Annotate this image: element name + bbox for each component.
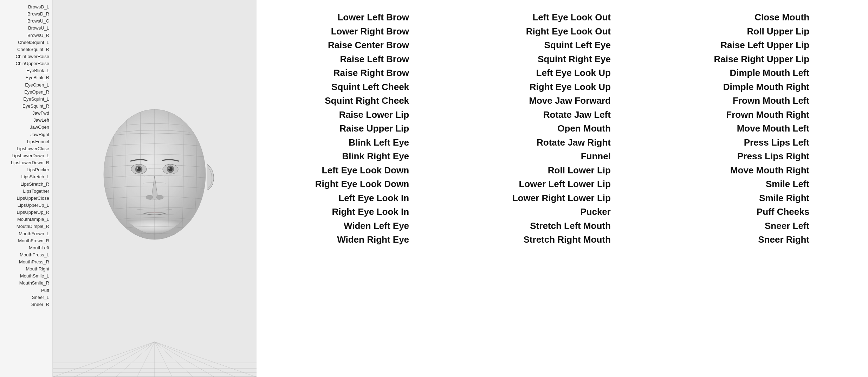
morph-label: Rotate Jaw Right <box>537 136 611 150</box>
morph-label: Smile Left <box>766 177 809 191</box>
svg-line-5 <box>74 342 155 377</box>
morph-label: Pucker <box>580 205 611 219</box>
morph-label: Close Mouth <box>754 11 809 25</box>
morph-label: Left Eye Look Down <box>322 164 409 178</box>
sidebar-item: Sneer_L <box>2 294 51 301</box>
svg-point-24 <box>168 167 170 169</box>
morph-label: Lower Right Brow <box>331 25 409 39</box>
sidebar-item: EyeBlink_L <box>2 67 51 74</box>
morph-label: Squint Right Eye <box>538 52 611 66</box>
morph-label: Raise Left Upper Lip <box>720 38 809 52</box>
morph-label: Frown Mouth Right <box>726 108 809 122</box>
right-eye <box>163 164 178 174</box>
morph-label: Left Eye Look Up <box>536 66 611 80</box>
morph-label: Widen Right Eye <box>337 233 409 247</box>
morph-label: Funnel <box>581 149 611 164</box>
morph-label: Open Mouth <box>557 122 611 136</box>
morph-label: Smile Right <box>759 191 809 205</box>
sidebar-item: JawRight <box>2 131 51 138</box>
morph-label: Raise Upper Lip <box>339 122 409 136</box>
morph-label: Stretch Right Mouth <box>524 233 611 247</box>
morph-label: Right Eye Look Down <box>315 177 409 191</box>
sidebar-item: EyeSquint_R <box>2 103 51 110</box>
sidebar-item: EyeOpen_L <box>2 82 51 89</box>
sidebar-item: LipsUpperUp_R <box>2 209 51 216</box>
morph-label: Frown Mouth Left <box>733 94 809 108</box>
svg-point-26 <box>156 195 163 199</box>
svg-point-25 <box>146 195 153 199</box>
sidebar-item: LipsStretch_R <box>2 181 51 188</box>
sidebar-item: EyeBlink_R <box>2 74 51 81</box>
morph-label: Blink Left Eye <box>349 136 409 150</box>
sidebar-item: BrowsU_C <box>2 18 51 25</box>
sidebar-item: BrowsU_R <box>2 32 51 39</box>
morph-label: Move Mouth Right <box>730 164 809 178</box>
morph-label: Lower Right Lower Lip <box>512 191 611 205</box>
morph-label: Raise Left Brow <box>340 52 409 66</box>
morph-label: Puff Cheeks <box>757 205 809 219</box>
morph-label: Press Lips Left <box>744 136 809 150</box>
morph-column-2: Left Eye Look OutRight Eye Look OutSquin… <box>502 11 621 366</box>
sidebar-item: LipsPucker <box>2 166 51 173</box>
svg-line-4 <box>53 342 155 377</box>
sidebar: BrowsD_LBrowsD_RBrowsU_CBrowsU_LBrowsU_R… <box>0 0 53 377</box>
svg-line-10 <box>155 342 172 377</box>
sidebar-item: Puff <box>2 287 51 294</box>
sidebar-item: JawLeft <box>2 117 51 124</box>
morph-label: Widen Left Eye <box>344 219 409 233</box>
svg-point-20 <box>137 167 138 169</box>
sidebar-item: CheekSquint_L <box>2 39 51 46</box>
sidebar-item: EyeSquint_L <box>2 96 51 103</box>
sidebar-item: LipsLowerDown_R <box>2 159 51 166</box>
sidebar-item: BrowsU_L <box>2 25 51 32</box>
sidebar-item: MouthSmile_L <box>2 273 51 280</box>
morph-label: Move Mouth Left <box>737 122 810 136</box>
sidebar-item: MouthPress_L <box>2 251 51 258</box>
3d-viewport <box>53 0 257 377</box>
morph-label: Left Eye Look Out <box>532 11 610 25</box>
sidebar-item: MouthFrown_L <box>2 230 51 237</box>
sidebar-item: LipsUpperClose <box>2 195 51 202</box>
morph-label: Raise Right Upper Lip <box>714 52 810 66</box>
morph-label: Lower Left Lower Lip <box>519 177 610 191</box>
head-wireframe <box>84 101 225 276</box>
sidebar-item: MouthPress_R <box>2 258 51 266</box>
sidebar-item: MouthSmile_R <box>2 280 51 287</box>
svg-line-14 <box>155 342 257 377</box>
morph-label: Right Eye Look Out <box>526 25 611 39</box>
sidebar-item: BrowsD_R <box>2 11 51 18</box>
morph-label: Raise Center Brow <box>328 38 409 52</box>
sidebar-item: ChinUpperRaise <box>2 60 51 67</box>
morph-label: Sneer Left <box>765 219 809 233</box>
morph-label: Sneer Right <box>758 233 809 247</box>
morph-label: Dimple Mouth Left <box>730 66 809 80</box>
morph-label: Blink Right Eye <box>342 149 409 164</box>
sidebar-item: LipsUpperUp_L <box>2 202 51 209</box>
sidebar-item: MouthRight <box>2 266 51 273</box>
morph-panel: Lower Left BrowLower Right BrowRaise Cen… <box>257 0 868 377</box>
sidebar-item: ChinLowerRaise <box>2 53 51 60</box>
morph-label: Roll Lower Lip <box>548 164 611 178</box>
sidebar-item: EyeOpen_R <box>2 89 51 96</box>
sidebar-item: JawOpen <box>2 124 51 131</box>
morph-label: Dimple Mouth Right <box>723 80 810 94</box>
sidebar-item: MouthFrown_R <box>2 237 51 244</box>
morph-column-3: Close MouthRoll Upper LipRaise Left Uppe… <box>704 11 820 366</box>
morph-label: Squint Right Cheek <box>325 94 409 108</box>
morph-label: Raise Lower Lip <box>339 108 409 122</box>
svg-line-11 <box>155 342 193 377</box>
grid-floor <box>53 307 257 377</box>
morph-label: Lower Left Brow <box>337 11 409 25</box>
sidebar-item: LipsTogether <box>2 188 51 195</box>
sidebar-item: BrowsD_L <box>2 4 51 11</box>
morph-label: Squint Left Cheek <box>331 80 409 94</box>
morph-label: Left Eye Look In <box>338 191 409 205</box>
morph-label: Press Lips Right <box>737 149 809 164</box>
morph-label: Rotate Jaw Left <box>543 108 611 122</box>
morph-label: Raise Right Brow <box>333 66 409 80</box>
sidebar-item: MouthDimple_R <box>2 223 51 230</box>
morph-label: Roll Upper Lip <box>747 25 810 39</box>
morph-label: Stretch Left Mouth <box>530 219 611 233</box>
sidebar-item: JawFwd <box>2 110 51 117</box>
morph-label: Right Eye Look Up <box>530 80 611 94</box>
